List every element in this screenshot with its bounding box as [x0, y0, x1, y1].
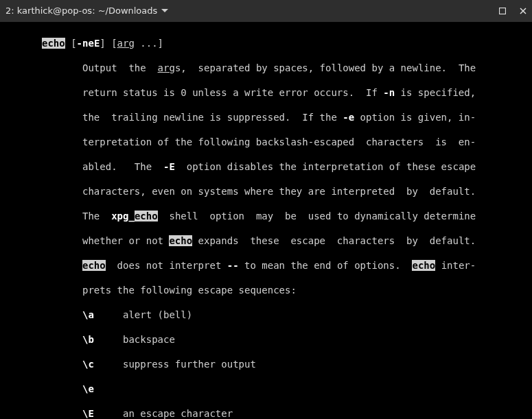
- syn-line: echo [-neE] [arg ...]: [1, 37, 531, 49]
- cmd-echo: echo: [42, 38, 65, 49]
- window-controls: [498, 0, 528, 22]
- terminal-output[interactable]: echo [-neE] [arg ...] Output the args, s…: [0, 22, 532, 419]
- svg-rect-0: [500, 8, 506, 14]
- chevron-down-icon[interactable]: [161, 9, 168, 13]
- maximize-icon[interactable]: [498, 6, 507, 16]
- window-title: 2: karthick@pop-os: ~/Downloads: [5, 5, 157, 17]
- close-icon[interactable]: [518, 6, 528, 16]
- window-titlebar: 2: karthick@pop-os: ~/Downloads: [0, 0, 532, 22]
